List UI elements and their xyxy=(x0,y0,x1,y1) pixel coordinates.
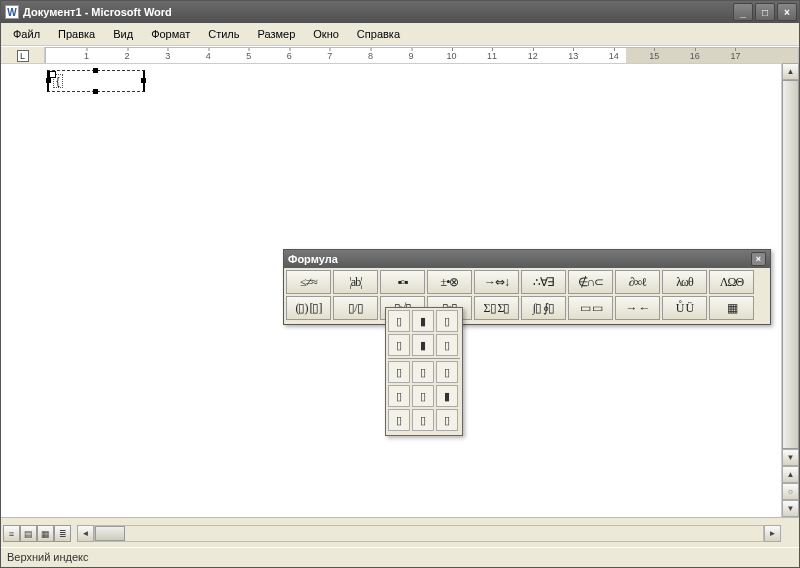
formula-btn-1-0[interactable]: (▯) [▯] xyxy=(286,296,331,320)
formula-row-1: ≤≠≈¦ab¦▪▫▪±•⊗→⇔↓∴∀∃∉∩⊂∂∞ℓλωθΛΩΘ xyxy=(286,270,768,294)
formula-btn-0-9[interactable]: ΛΩΘ xyxy=(709,270,754,294)
hscroll-thumb[interactable] xyxy=(95,526,125,541)
prev-page-button[interactable]: ▲ xyxy=(782,466,799,483)
palette-cell-1-2[interactable]: ▯ xyxy=(436,334,458,356)
ruler-tick-15: 15 xyxy=(649,51,659,61)
ruler-tick-17: 17 xyxy=(730,51,740,61)
formula-btn-0-4[interactable]: →⇔↓ xyxy=(474,270,519,294)
formula-btn-0-8[interactable]: λωθ xyxy=(662,270,707,294)
ruler-tick-2: 2 xyxy=(125,51,130,61)
tab-marker-icon: L xyxy=(17,50,29,62)
scroll-left-button[interactable]: ◄ xyxy=(77,525,94,542)
ruler-tick-9: 9 xyxy=(408,51,413,61)
next-page-button[interactable]: ▼ xyxy=(782,500,799,517)
palette-cell-0-2[interactable]: ▯ xyxy=(436,310,458,332)
fraction-template-palette[interactable]: ▯▮▯▯▮▯▯▯▯▯▯▮▯▯▯ xyxy=(385,307,463,436)
formula-btn-1-9[interactable]: ▦ xyxy=(709,296,754,320)
minimize-button[interactable]: _ xyxy=(733,3,753,21)
scroll-down-button[interactable]: ▼ xyxy=(782,449,799,466)
formula-row-2: (▯) [▯]▯/▯▯√▯▯▫▯Σ▯ Σ▯∫▯ ∮▯▭ ▭→ ←Ů Ü▦ xyxy=(286,296,768,320)
menu-window[interactable]: Окно xyxy=(305,26,347,42)
left-margin xyxy=(1,64,45,517)
formula-toolbar[interactable]: Формула × ≤≠≈¦ab¦▪▫▪±•⊗→⇔↓∴∀∃∉∩⊂∂∞ℓλωθΛΩ… xyxy=(283,249,771,325)
menu-help[interactable]: Справка xyxy=(349,26,408,42)
equation-object[interactable]: { xyxy=(47,70,145,92)
palette-cell-1-1[interactable]: ▮ xyxy=(412,334,434,356)
palette-cell-2-1[interactable]: ▯ xyxy=(412,361,434,383)
horizontal-scrollbar[interactable]: ◄ ► xyxy=(77,525,781,542)
formula-btn-0-2[interactable]: ▪▫▪ xyxy=(380,270,425,294)
ruler-tick-7: 7 xyxy=(327,51,332,61)
ruler-tick-11: 11 xyxy=(487,51,497,61)
formula-btn-1-5[interactable]: ∫▯ ∮▯ xyxy=(521,296,566,320)
palette-cell-1-0[interactable]: ▯ xyxy=(388,334,410,356)
vscroll-thumb[interactable] xyxy=(782,80,799,449)
ruler-tick-8: 8 xyxy=(368,51,373,61)
ruler-tick-5: 5 xyxy=(246,51,251,61)
formula-btn-0-5[interactable]: ∴∀∃ xyxy=(521,270,566,294)
menubar: Файл Правка Вид Формат Стиль Размер Окно… xyxy=(1,23,799,46)
formula-btn-1-7[interactable]: → ← xyxy=(615,296,660,320)
palette-cell-4-0[interactable]: ▯ xyxy=(388,409,410,431)
bottom-bar: ≡ ▤ ▦ ≣ ◄ ► xyxy=(1,517,799,547)
maximize-button[interactable]: □ xyxy=(755,3,775,21)
menu-edit[interactable]: Правка xyxy=(50,26,103,42)
ruler-tick-4: 4 xyxy=(206,51,211,61)
formula-close-button[interactable]: × xyxy=(751,252,766,266)
formula-btn-0-0[interactable]: ≤≠≈ xyxy=(286,270,331,294)
view-outline-button[interactable]: ≣ xyxy=(54,525,71,542)
ruler-tick-12: 12 xyxy=(528,51,538,61)
ruler-tick-1: 1 xyxy=(84,51,89,61)
palette-cell-3-1[interactable]: ▯ xyxy=(412,385,434,407)
ruler-tick-10: 10 xyxy=(447,51,457,61)
scroll-right-button[interactable]: ► xyxy=(764,525,781,542)
palette-cell-3-2[interactable]: ▮ xyxy=(436,385,458,407)
palette-cell-0-1[interactable]: ▮ xyxy=(412,310,434,332)
vertical-scrollbar[interactable]: ▲ ▼ ▲ ○ ▼ xyxy=(781,63,799,517)
formula-btn-1-4[interactable]: Σ▯ Σ▯ xyxy=(474,296,519,320)
formula-btn-0-6[interactable]: ∉∩⊂ xyxy=(568,270,613,294)
formula-btn-0-1[interactable]: ¦ab¦ xyxy=(333,270,378,294)
formula-btn-0-7[interactable]: ∂∞ℓ xyxy=(615,270,660,294)
ruler-tick-13: 13 xyxy=(568,51,578,61)
formula-btn-0-3[interactable]: ±•⊗ xyxy=(427,270,472,294)
vscroll-track[interactable] xyxy=(782,80,799,449)
view-web-button[interactable]: ▤ xyxy=(20,525,37,542)
view-normal-button[interactable]: ≡ xyxy=(3,525,20,542)
palette-cell-2-0[interactable]: ▯ xyxy=(388,361,410,383)
close-button[interactable]: × xyxy=(777,3,797,21)
palette-cell-0-0[interactable]: ▯ xyxy=(388,310,410,332)
scroll-up-button[interactable]: ▲ xyxy=(782,63,799,80)
view-print-button[interactable]: ▦ xyxy=(37,525,54,542)
palette-cell-4-1[interactable]: ▯ xyxy=(412,409,434,431)
menu-style[interactable]: Стиль xyxy=(200,26,247,42)
status-bar: Верхний индекс xyxy=(1,547,799,567)
menu-file[interactable]: Файл xyxy=(5,26,48,42)
equation-placeholder[interactable]: { xyxy=(53,74,63,88)
formula-btn-1-8[interactable]: Ů Ü xyxy=(662,296,707,320)
status-text: Верхний индекс xyxy=(7,551,89,563)
palette-cell-3-0[interactable]: ▯ xyxy=(388,385,410,407)
ruler-tick-3: 3 xyxy=(165,51,170,61)
formula-titlebar[interactable]: Формула × xyxy=(284,250,770,268)
app-icon: W xyxy=(5,5,19,19)
titlebar: W Документ1 - Microsoft Word _ □ × xyxy=(1,1,799,23)
ruler-tick-6: 6 xyxy=(287,51,292,61)
palette-cell-4-2[interactable]: ▯ xyxy=(436,409,458,431)
ruler-tick-14: 14 xyxy=(609,51,619,61)
menu-format[interactable]: Формат xyxy=(143,26,198,42)
ruler-tick-16: 16 xyxy=(690,51,700,61)
formula-title-text: Формула xyxy=(288,253,751,265)
formula-btn-1-6[interactable]: ▭ ▭ xyxy=(568,296,613,320)
hscroll-track[interactable] xyxy=(94,525,764,542)
palette-cell-2-2[interactable]: ▯ xyxy=(436,361,458,383)
menu-size[interactable]: Размер xyxy=(249,26,303,42)
formula-btn-1-1[interactable]: ▯/▯ xyxy=(333,296,378,320)
window-title: Документ1 - Microsoft Word xyxy=(23,6,733,18)
browse-object-button[interactable]: ○ xyxy=(782,483,799,500)
menu-view[interactable]: Вид xyxy=(105,26,141,42)
